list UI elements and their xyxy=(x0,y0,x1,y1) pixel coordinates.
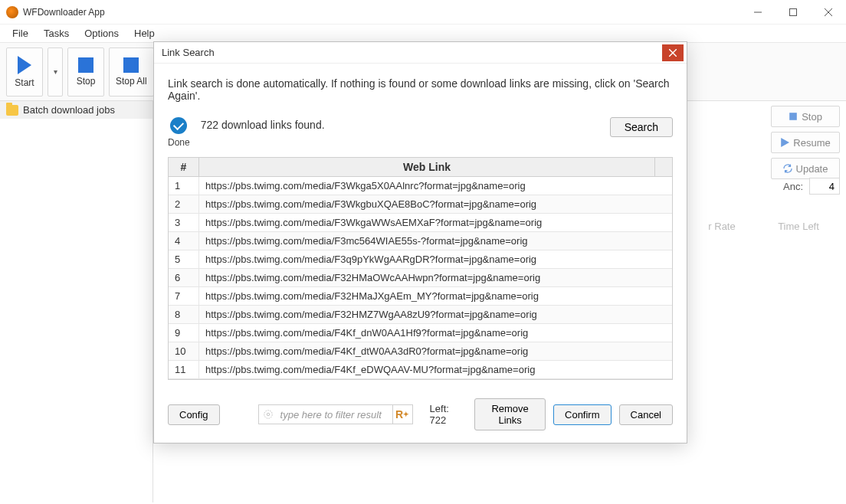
check-icon xyxy=(170,117,187,134)
row-link: https://pbs.twimg.com/media/F4Kf_dnW0AA1… xyxy=(199,324,672,342)
row-link: https://pbs.twimg.com/media/F3Wkga5X0AAl… xyxy=(199,177,672,195)
table-row[interactable]: 6https://pbs.twimg.com/media/F32HMaOWcAA… xyxy=(169,269,672,287)
start-label: Start xyxy=(15,77,34,88)
row-number: 5 xyxy=(169,250,199,268)
row-link: https://pbs.twimg.com/media/F3mc564WIAE5… xyxy=(199,232,672,250)
svg-point-11 xyxy=(267,413,270,416)
play-icon xyxy=(18,56,31,74)
stop-label: Stop xyxy=(77,76,96,87)
sidebar-item-batch-jobs[interactable]: Batch download jobs xyxy=(0,101,152,119)
row-link: https://pbs.twimg.com/media/F32HMaJXgAEm… xyxy=(199,287,672,305)
table-row[interactable]: 3https://pbs.twimg.com/media/F3WkgaWWsAE… xyxy=(169,214,672,232)
col-num-header[interactable]: # xyxy=(169,158,199,176)
row-number: 2 xyxy=(169,195,199,213)
table-row[interactable]: 1https://pbs.twimg.com/media/F3Wkga5X0AA… xyxy=(169,177,672,195)
panel-resume-button[interactable]: Resume xyxy=(771,132,840,153)
row-link: https://pbs.twimg.com/media/F3q9pYkWgAAR… xyxy=(199,250,672,268)
stop-all-button[interactable]: Stop All xyxy=(109,47,154,97)
regex-toggle-icon[interactable]: R✦ xyxy=(392,405,412,424)
search-button[interactable]: Search xyxy=(610,117,673,137)
row-number: 8 xyxy=(169,306,199,323)
confirm-button[interactable]: Confirm xyxy=(553,404,612,425)
folder-icon xyxy=(6,105,18,116)
table-row[interactable]: 9https://pbs.twimg.com/media/F4Kf_dnW0AA… xyxy=(169,324,672,342)
svg-rect-4 xyxy=(789,113,797,120)
table-row[interactable]: 10https://pbs.twimg.com/media/F4Kf_dtW0A… xyxy=(169,342,672,361)
anc-input[interactable] xyxy=(809,178,840,195)
row-number: 1 xyxy=(169,177,199,195)
menu-options[interactable]: Options xyxy=(77,25,126,41)
minimize-button[interactable] xyxy=(740,0,776,25)
panel-stop-button[interactable]: Stop xyxy=(771,106,840,127)
table-row[interactable]: 4https://pbs.twimg.com/media/F3mc564WIAE… xyxy=(169,232,672,250)
maximize-button[interactable] xyxy=(776,0,811,25)
start-button[interactable]: Start xyxy=(6,47,43,97)
stop-icon xyxy=(123,57,139,73)
row-number: 3 xyxy=(169,214,199,231)
close-button[interactable] xyxy=(811,0,846,25)
table-row[interactable]: 2https://pbs.twimg.com/media/F3WkgbuXQAE… xyxy=(169,195,672,214)
filter-input[interactable] xyxy=(277,405,392,424)
menu-tasks[interactable]: Tasks xyxy=(36,25,77,41)
dialog-titlebar: Link Search xyxy=(154,42,687,64)
remove-links-button[interactable]: Remove Links xyxy=(474,398,546,430)
left-count-label: Left: 722 xyxy=(430,403,460,426)
row-link: https://pbs.twimg.com/media/F3WkgaWWsAEM… xyxy=(199,214,672,231)
row-link: https://pbs.twimg.com/media/F4Kf_dtW0AA3… xyxy=(199,342,672,360)
filter-box: R✦ xyxy=(258,404,413,424)
row-link: https://pbs.twimg.com/media/F32HMaOWcAAH… xyxy=(199,269,672,286)
row-link: https://pbs.twimg.com/media/F3WkgbuXQAE8… xyxy=(199,195,672,213)
start-dropdown[interactable] xyxy=(48,47,63,97)
bg-col-rate: r Rate xyxy=(691,221,753,232)
status-done-label: Done xyxy=(168,137,190,148)
menubar: File Tasks Options Help xyxy=(0,25,846,43)
stop-all-label: Stop All xyxy=(116,76,147,87)
panel-resume-label: Resume xyxy=(793,137,830,149)
row-number: 9 xyxy=(169,324,199,342)
regex-icon[interactable] xyxy=(259,409,277,420)
cancel-button[interactable]: Cancel xyxy=(619,404,673,425)
dialog-description: Link search is done automatically. If no… xyxy=(168,77,673,102)
anc-label: Anc: xyxy=(783,181,803,192)
window-title: WFDownloader App xyxy=(23,7,105,18)
table-row[interactable]: 7https://pbs.twimg.com/media/F32HMaJXgAE… xyxy=(169,287,672,306)
col-link-header[interactable]: Web Link xyxy=(199,158,655,176)
panel-update-button[interactable]: Update xyxy=(771,158,840,179)
sidebar: Batch download jobs xyxy=(0,101,153,502)
menu-help[interactable]: Help xyxy=(126,25,162,41)
row-link: https://pbs.twimg.com/media/F32HMZ7WgAA8… xyxy=(199,306,672,323)
sidebar-item-label: Batch download jobs xyxy=(23,104,115,116)
menu-file[interactable]: File xyxy=(5,25,36,41)
dialog-close-button[interactable] xyxy=(662,44,684,61)
row-number: 11 xyxy=(169,361,199,378)
table-row[interactable]: 8https://pbs.twimg.com/media/F32HMZ7WgAA… xyxy=(169,306,672,324)
table-row[interactable]: 11https://pbs.twimg.com/media/F4Kf_eDWQA… xyxy=(169,361,672,379)
links-table: # Web Link 1https://pbs.twimg.com/media/… xyxy=(168,157,673,380)
stop-icon xyxy=(78,57,93,73)
row-number: 6 xyxy=(169,269,199,286)
row-number: 7 xyxy=(169,287,199,305)
app-icon xyxy=(6,6,18,18)
background-columns: r Rate Time Left xyxy=(691,221,829,232)
titlebar: WFDownloader App xyxy=(0,0,846,25)
row-link: https://pbs.twimg.com/media/F4Kf_eDWQAAV… xyxy=(199,361,672,378)
svg-point-10 xyxy=(264,411,272,419)
table-body[interactable]: 1https://pbs.twimg.com/media/F3Wkga5X0AA… xyxy=(169,177,672,379)
svg-rect-1 xyxy=(790,9,797,16)
dialog-title: Link Search xyxy=(162,47,215,58)
svg-marker-5 xyxy=(781,138,789,147)
table-row[interactable]: 5https://pbs.twimg.com/media/F3q9pYkWgAA… xyxy=(169,250,672,269)
panel-stop-label: Stop xyxy=(802,111,822,123)
found-text: 722 download links found. xyxy=(201,117,325,131)
panel-update-label: Update xyxy=(796,163,828,175)
link-search-dialog: Link Search Link search is done automati… xyxy=(153,41,687,443)
row-number: 10 xyxy=(169,342,199,360)
stop-button[interactable]: Stop xyxy=(67,47,104,97)
bg-col-time: Time Left xyxy=(768,221,829,232)
config-button[interactable]: Config xyxy=(168,404,220,425)
row-number: 4 xyxy=(169,232,199,250)
